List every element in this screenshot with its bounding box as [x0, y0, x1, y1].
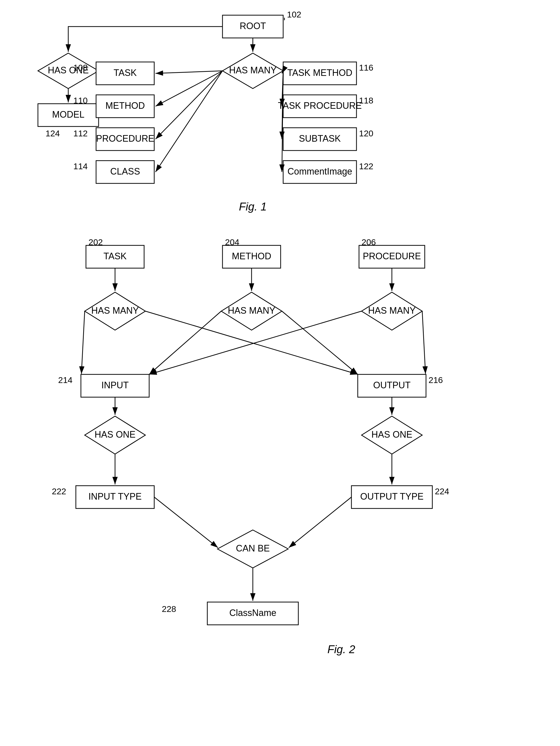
comment-image-label: CommentImage — [288, 166, 352, 177]
fig1-label: Fig. 1 — [239, 200, 267, 213]
svg-line-20 — [422, 311, 425, 374]
fig2-label: Fig. 2 — [327, 643, 355, 655]
has-many-proc-label: HAS MANY — [368, 305, 416, 316]
has-one-output-label: HAS ONE — [372, 429, 412, 440]
input-type-ref: 222 — [52, 486, 66, 496]
has-many-top-label: HAS MANY — [229, 65, 276, 76]
svg-line-16 — [149, 311, 221, 374]
root-ref: 102 — [287, 10, 301, 19]
svg-line-6 — [155, 71, 223, 139]
output-ref: 216 — [429, 375, 443, 385]
task-label-fig2: TASK — [104, 251, 126, 261]
diagram-container: ROOT 102 HAS MANY HAS ONE MODEL 124 TASK… — [0, 0, 560, 746]
task-method-label: TASK METHOD — [287, 67, 352, 78]
procedure-label-fig1: PROCEDURE — [96, 133, 154, 144]
svg-line-25 — [154, 497, 218, 548]
output-type-label: OUTPUT TYPE — [360, 491, 424, 501]
root-label: ROOT — [240, 21, 266, 31]
svg-line-26 — [289, 497, 351, 548]
svg-line-19 — [282, 311, 358, 374]
task-ref-fig1: 108 — [73, 63, 88, 73]
model-label: MODEL — [52, 109, 84, 120]
task-procedure-label: TASK PROCEDURE — [278, 101, 361, 111]
can-be-label: CAN BE — [236, 543, 270, 553]
input-label: INPUT — [101, 380, 129, 390]
has-many-method-label: HAS MANY — [228, 305, 275, 316]
procedure-ref-fig1: 112 — [73, 128, 88, 138]
method-label-fig1: METHOD — [106, 101, 145, 111]
method-ref-fig1: 110 — [73, 96, 88, 105]
svg-line-4 — [155, 71, 223, 74]
output-label: OUTPUT — [373, 380, 411, 390]
subtask-label: SUBTASK — [299, 133, 341, 144]
subtask-ref: 120 — [359, 128, 374, 138]
class-ref-fig1: 114 — [73, 162, 88, 171]
svg-line-5 — [155, 71, 223, 106]
task-label-fig1: TASK — [114, 67, 137, 78]
classname-ref: 228 — [162, 604, 176, 614]
method-label-fig2: METHOD — [232, 251, 271, 261]
task-procedure-ref: 118 — [359, 96, 374, 105]
classname-label: ClassName — [229, 608, 276, 618]
input-type-label: INPUT TYPE — [88, 491, 142, 501]
comment-image-ref: 122 — [359, 162, 374, 171]
task-method-ref: 116 — [359, 63, 374, 73]
svg-line-7 — [155, 71, 223, 172]
input-ref: 214 — [58, 375, 72, 385]
task-ref-fig2: 202 — [88, 237, 103, 247]
procedure-label-fig2: PROCEDURE — [363, 251, 421, 261]
output-type-ref: 224 — [435, 486, 449, 496]
svg-line-15 — [81, 311, 85, 374]
has-one-input-label: HAS ONE — [94, 429, 136, 440]
procedure-ref-fig2: 206 — [361, 237, 376, 247]
has-many-task-label: HAS MANY — [91, 305, 139, 316]
model-ref: 124 — [46, 128, 60, 138]
method-ref-fig2: 204 — [225, 237, 239, 247]
class-label-fig1: CLASS — [110, 166, 140, 177]
